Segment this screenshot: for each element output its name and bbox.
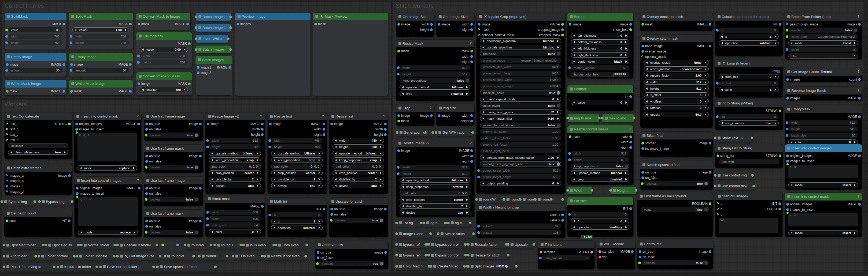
- svg-text:S: S: [830, 71, 831, 73]
- svg-text:?: ?: [506, 265, 507, 268]
- svg-text:V: V: [500, 265, 501, 268]
- svg-text:H: H: [827, 71, 828, 73]
- svg-text:H: H: [502, 265, 504, 268]
- svg-text:V: V: [824, 71, 826, 73]
